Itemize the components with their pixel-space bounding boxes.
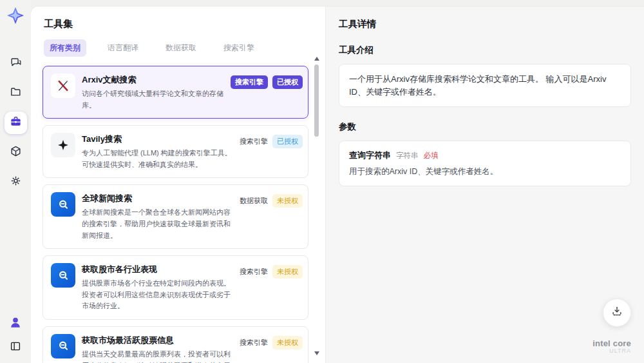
brand-text: intel core bbox=[592, 338, 631, 348]
left-sidebar bbox=[0, 0, 31, 363]
user-avatar[interactable] bbox=[6, 315, 24, 333]
gem-logo-icon bbox=[5, 5, 26, 26]
download-button[interactable] bbox=[603, 299, 631, 327]
param-required-flag: 必填 bbox=[424, 151, 439, 161]
tool-logo-icon bbox=[51, 133, 75, 157]
tool-name: 获取市场最活跃股票信息 bbox=[82, 335, 233, 346]
tool-list: Arxiv文献搜索 访问各个研究领域大量科学论文和文章的存储库。 搜索引擎 已授… bbox=[43, 66, 308, 363]
intro-box: 一个用于从Arxiv存储库搜索科学论文和文章的工具。 输入可以是Arxiv ID… bbox=[339, 64, 631, 107]
sidebar-item-chat[interactable] bbox=[5, 52, 27, 75]
intro-text: 一个用于从Arxiv存储库搜索科学论文和文章的工具。 输入可以是Arxiv ID… bbox=[349, 73, 621, 98]
tool-name: Tavily搜索 bbox=[82, 133, 233, 145]
sidebar-item-models[interactable] bbox=[5, 141, 27, 164]
brand-sub-text: ultra bbox=[592, 348, 631, 355]
tool-detail-panel: 工具详情 工具介绍 一个用于从Arxiv存储库搜索科学论文和文章的工具。 输入可… bbox=[325, 6, 644, 363]
tool-card[interactable]: 获取市场最活跃股票信息 提供当天交易量最高的股票列表，投资者可以利用这些信息来识… bbox=[43, 326, 308, 363]
tool-logo-icon bbox=[51, 263, 75, 288]
scrollbar-thumb[interactable] bbox=[314, 64, 319, 137]
category-badge: 搜索引擎 bbox=[240, 336, 268, 349]
tool-logo-icon bbox=[51, 334, 75, 358]
category-badge: 搜索引擎 bbox=[240, 135, 268, 148]
tool-list-panel: 工具集 所有类别 语言翻译 数据获取 搜索引擎 Arxiv文献搜索 访问各个研究… bbox=[31, 6, 325, 363]
tool-name: Arxiv文献搜索 bbox=[82, 74, 224, 86]
main-content: 工具集 所有类别 语言翻译 数据获取 搜索引擎 Arxiv文献搜索 访问各个研究… bbox=[31, 6, 644, 363]
params-heading: 参数 bbox=[339, 121, 631, 133]
cube-icon bbox=[10, 145, 22, 160]
category-badge: 搜索引擎 bbox=[240, 265, 268, 279]
intro-heading: 工具介绍 bbox=[339, 44, 631, 56]
category-tab[interactable]: 语言翻译 bbox=[102, 39, 144, 57]
tool-card[interactable]: Arxiv文献搜索 访问各个研究领域大量科学论文和文章的存储库。 搜索引擎 已授… bbox=[43, 66, 308, 119]
page-title: 工具集 bbox=[44, 18, 308, 30]
panel-toggle-icon bbox=[10, 340, 21, 355]
intel-core-logo: intel core ultra bbox=[592, 339, 631, 355]
category-badge: 数据获取 bbox=[240, 194, 268, 208]
category-tabs: 所有类别 语言翻译 数据获取 搜索引擎 bbox=[44, 39, 308, 57]
list-scrollbar[interactable] bbox=[314, 57, 319, 355]
auth-status-badge: 未授权 bbox=[272, 194, 303, 208]
category-badge: 搜索引擎 bbox=[231, 75, 268, 89]
scroll-up-arrow-icon[interactable] bbox=[314, 57, 319, 61]
tool-card[interactable]: 获取股市各行业表现 提供股票市场各个行业在特定时间段内的表现。投资者可以利用这些… bbox=[43, 255, 308, 320]
folder-icon bbox=[10, 86, 22, 101]
tool-card[interactable]: Tavily搜索 专为人工智能代理 (LLM) 构建的搜索引擎工具。可快速提供实… bbox=[43, 125, 308, 178]
category-tab[interactable]: 数据获取 bbox=[160, 39, 202, 57]
auth-status-badge: 已授权 bbox=[272, 135, 303, 148]
gear-icon bbox=[10, 175, 22, 190]
auth-status-badge: 未授权 bbox=[272, 336, 303, 349]
auth-status-badge: 已授权 bbox=[272, 75, 303, 89]
category-tab[interactable]: 所有类别 bbox=[44, 39, 86, 57]
sidebar-item-files[interactable] bbox=[5, 82, 27, 104]
tool-logo-icon bbox=[51, 192, 75, 217]
chat-icon bbox=[10, 56, 22, 71]
tool-logo-icon bbox=[51, 74, 75, 98]
tool-description: 专为人工智能代理 (LLM) 构建的搜索引擎工具。可快速提供实时、准确和真实的结… bbox=[82, 148, 233, 170]
auth-status-badge: 未授权 bbox=[272, 265, 303, 279]
param-name: 查询字符串 bbox=[349, 150, 391, 161]
tool-card[interactable]: 全球新闻搜索 全球新闻搜索是一个聚合全球各大新闻网站内容的搜索引擎，帮助用户快速… bbox=[43, 184, 308, 249]
tool-description: 全球新闻搜索是一个聚合全球各大新闻网站内容的搜索引擎，帮助用户快速获取全球最新资… bbox=[82, 207, 233, 241]
param-box: 查询字符串 字符串 必填 用于搜索的Arxiv ID、关键字或作者姓名。 bbox=[339, 141, 631, 186]
category-tab[interactable]: 搜索引擎 bbox=[218, 39, 260, 57]
tool-description: 提供股票市场各个行业在特定时间段内的表现。投资者可以利用这些信息来识别表现优于或… bbox=[82, 278, 233, 312]
tool-name: 获取股市各行业表现 bbox=[82, 264, 233, 275]
param-description: 用于搜索的Arxiv ID、关键字或作者姓名。 bbox=[349, 166, 621, 177]
detail-title: 工具详情 bbox=[339, 18, 631, 30]
user-avatar-icon bbox=[8, 315, 23, 332]
scroll-down-arrow-icon[interactable] bbox=[314, 351, 319, 355]
sidebar-item-tools[interactable] bbox=[5, 112, 27, 134]
tool-name: 全球新闻搜索 bbox=[82, 193, 233, 204]
download-icon bbox=[611, 305, 623, 320]
toolbox-icon bbox=[10, 115, 22, 130]
param-type: 字符串 bbox=[396, 151, 419, 161]
sidebar-item-settings[interactable] bbox=[5, 171, 27, 193]
tool-description: 提供当天交易量最高的股票列表，投资者可以利用这些信息来识别流动性强的股票和潜在的… bbox=[82, 349, 233, 363]
collapse-sidebar-button[interactable] bbox=[6, 338, 24, 357]
tool-description: 访问各个研究领域大量科学论文和文章的存储库。 bbox=[82, 88, 224, 111]
